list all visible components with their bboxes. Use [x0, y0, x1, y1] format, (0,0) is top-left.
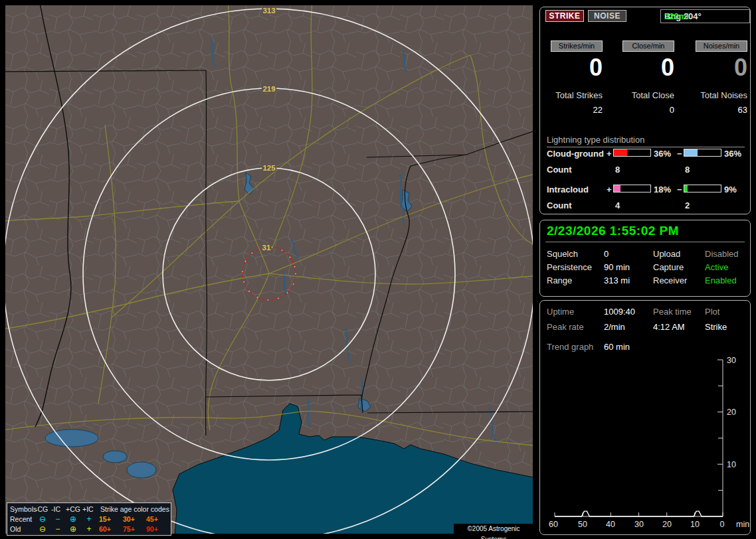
lightning-tracker-app: { "colors": { "clock_green": "#00ee00", …: [0, 0, 756, 539]
total-strikes-value: 22: [544, 105, 603, 115]
legend-old-row: Old ⊖ − ⊕ + 60+ 75+ 90+: [7, 524, 171, 534]
recent-neg-ic-icon: −: [52, 514, 63, 524]
strike-symbol-legend: Symbols -CG -IC +CG +IC Strike age color…: [7, 502, 171, 536]
strike-mode-button[interactable]: STRIKE: [545, 10, 584, 22]
upload-label: Upload: [653, 249, 680, 259]
ring-label-125: 125: [262, 164, 276, 172]
svg-text:10: 10: [727, 460, 736, 469]
trend-graph-row: Trend graph 60 min: [540, 342, 750, 352]
clock-status-panel: 2/23/2026 1:55:02 PM Squelch 0 Upload Di…: [539, 220, 751, 297]
strikes-per-min-button[interactable]: Strikes/min: [551, 40, 603, 52]
age-75: 75+: [123, 524, 144, 534]
noises-per-min-button[interactable]: Noises/min: [696, 40, 747, 52]
ic-positive-count: 4: [615, 200, 620, 210]
persistence-label: Persistence: [547, 262, 592, 272]
squelch-row: Squelch 0 Upload Disabled: [540, 249, 750, 260]
trend-graph-span: 60 min: [604, 342, 630, 352]
close-column: Close/min 0 Total Close 0: [612, 40, 674, 115]
close-per-min-button[interactable]: Close/min: [622, 40, 674, 52]
y-tick-marks: [717, 360, 723, 491]
cg-positive-bar-fill: [614, 149, 627, 156]
total-close-label: Total Close: [612, 90, 674, 100]
divider: [545, 242, 745, 242]
peak-rate-label: Peak rate: [547, 322, 584, 332]
cloud-ground-row: Cloud-ground + 36% − 36%: [540, 149, 750, 159]
count-label: Count: [547, 200, 572, 210]
trend-graph-label: Trend graph: [547, 342, 593, 352]
strikes-column: Strikes/min 0 Total Strikes 22: [544, 40, 603, 115]
plot-label: Plot: [705, 307, 719, 317]
legend-col-pos-cg: +CG: [66, 504, 80, 514]
age-15: 15+: [99, 514, 120, 524]
svg-text:30: 30: [727, 356, 736, 365]
noise-mode-button[interactable]: NOISE: [588, 10, 626, 22]
ic-positive-bar: [613, 185, 651, 193]
ring-label-313: 313: [262, 7, 275, 15]
x-tick-labels: 60 50 40 30 20 10 0 min: [549, 520, 749, 529]
close-per-min-value: 0: [612, 56, 674, 80]
squelch-label: Squelch: [547, 249, 578, 259]
copyright-notice: ©2005 Astrogenic Systems: [454, 524, 533, 534]
legend-recent-row: Recent ⊖ − ⊕ + 15+ 30+ 45+: [7, 514, 171, 524]
ring-label-219: 219: [262, 85, 275, 93]
legend-col-neg-cg: -CG: [35, 504, 48, 514]
cg-negative-pct: 36%: [724, 149, 741, 159]
noises-per-min-value: 0: [681, 56, 747, 80]
svg-text:40: 40: [606, 520, 615, 529]
uptime-label: Uptime: [547, 307, 574, 317]
capture-label: Capture: [653, 262, 684, 272]
legend-col-neg-ic: -IC: [51, 504, 60, 514]
x-axis-unit: min: [736, 520, 749, 529]
receiver-status: Enabled: [705, 275, 737, 285]
peak-time-value: 4:12 AM: [653, 322, 685, 332]
total-strikes-label: Total Strikes: [544, 90, 603, 100]
range-label: Range: [547, 275, 572, 285]
total-noises-label: Total Noises: [681, 90, 747, 100]
radar-map[interactable]: 313 219 125 31: [5, 5, 533, 534]
peak-time-label: Peak time: [653, 307, 692, 317]
old-neg-ic-icon: −: [52, 524, 63, 534]
intracloud-row: Intracloud + 18% − 9%: [540, 185, 750, 195]
bearing-range-readout: Bng 204° 320mi: [660, 9, 750, 23]
age-30: 30+: [123, 514, 144, 524]
legend-col-pos-ic: +IC: [82, 504, 94, 514]
trend-graph: 60 50 40 30 20 10 0 min 30 20 10: [541, 354, 751, 534]
x-tick-marks: [555, 512, 723, 516]
ic-negative-bar-fill: [684, 185, 688, 192]
svg-text:20: 20: [662, 520, 672, 529]
noises-column: Noises/min 0 Total Noises 63: [681, 40, 747, 115]
legend-age-header: Strike age color codes: [100, 504, 169, 514]
cg-negative-count: 8: [685, 165, 690, 175]
y-tick-labels: 30 20 10: [727, 356, 736, 469]
recent-pos-ic-icon: +: [84, 514, 94, 524]
total-close-value: 0: [612, 105, 674, 115]
persistence-value: 90 min: [604, 262, 630, 272]
age-90: 90+: [146, 524, 167, 534]
datetime-display: 2/23/2026 1:55:02 PM: [547, 224, 679, 238]
cloud-ground-label: Cloud-ground: [547, 149, 604, 159]
persistence-row: Persistence 90 min Capture Active: [540, 262, 750, 273]
capture-status: Active: [705, 262, 728, 272]
trend-panel: Uptime 1009:40 Peak time Plot Peak rate …: [539, 300, 751, 535]
legend-symbols-header: Symbols: [10, 504, 37, 514]
total-noises-value: 63: [681, 105, 747, 115]
upload-status: Disabled: [705, 249, 739, 259]
svg-text:0: 0: [720, 520, 725, 529]
strike-counter-panel: STRIKE NOISE Bng 204° 320mi Strikes/min …: [539, 7, 751, 214]
minus-sign: −: [677, 149, 682, 159]
peak-rate-value: 2/min: [604, 322, 625, 332]
recent-neg-cg-icon: ⊖: [37, 514, 48, 524]
cg-negative-bar: [684, 149, 721, 157]
svg-text:10: 10: [690, 520, 700, 529]
cg-positive-pct: 36%: [654, 149, 671, 159]
distribution-title: Lightning type distribution: [547, 135, 745, 147]
intracloud-count-row: Count 4 2: [540, 200, 750, 211]
ring-label-31: 31: [262, 244, 271, 252]
cg-negative-bar-fill: [684, 149, 698, 156]
strikes-per-min-value: 0: [544, 56, 603, 80]
ic-negative-bar: [684, 185, 721, 193]
ic-positive-bar-fill: [614, 185, 620, 192]
intracloud-label: Intracloud: [547, 185, 589, 194]
old-neg-cg-icon: ⊖: [37, 524, 48, 534]
cloud-ground-count-row: Count 8 8: [540, 165, 750, 175]
